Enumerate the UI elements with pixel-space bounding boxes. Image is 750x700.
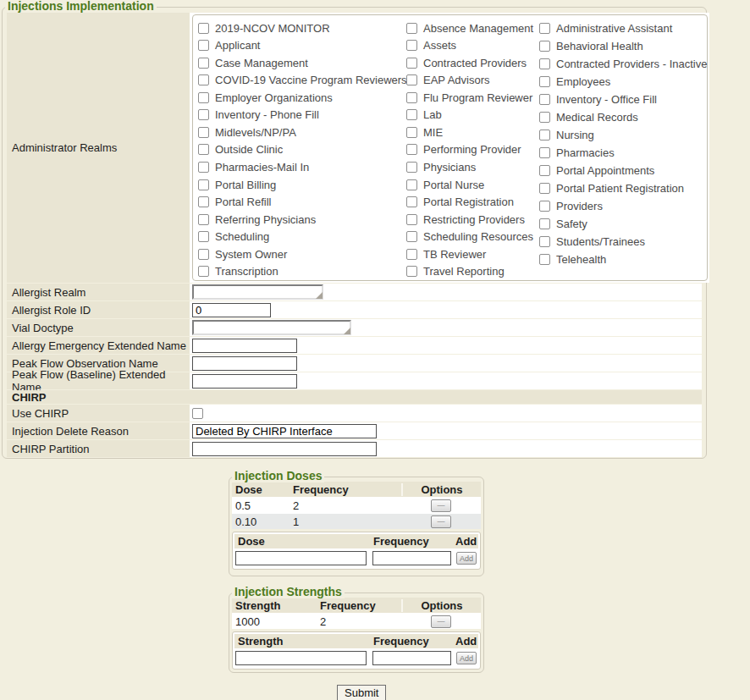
realm-checkbox-label: System Owner [215,248,287,261]
realm-checkbox[interactable] [406,162,417,173]
strength-add-strength-input[interactable] [235,651,367,665]
realm-checkbox-label: Safety [556,218,587,230]
peak-flow-observation-name-input[interactable] [192,356,297,371]
allergy-emergency-extended-name-input[interactable] [192,339,297,353]
allergist-role-id-input[interactable] [192,303,271,317]
frequency-cell: 1 [290,515,401,528]
realm-checkbox-label: MIE [423,126,443,139]
realm-checkbox[interactable] [539,58,550,69]
realm-checkbox-item: Performing Provider [406,141,539,159]
realm-checkbox-label: Physicians [423,161,476,174]
allergist-realm-input[interactable] [194,287,322,299]
realm-checkbox[interactable] [406,58,417,69]
realm-checkbox[interactable] [406,92,417,103]
realm-checkbox[interactable] [406,196,417,207]
realm-checkbox-label: Employer Organizations [215,91,333,104]
chirp-partition-input[interactable] [192,442,377,456]
strength-add-frequency-input[interactable] [372,651,451,665]
realm-checkbox-item: Portal Appointments [539,162,707,179]
strength-options-button[interactable]: — [431,615,451,628]
realm-checkbox-item: TB Reviewer [406,245,539,263]
realm-checkbox-item: Nursing [539,126,707,144]
realm-checkbox-item: Absence Management [406,19,539,37]
injection-delete-reason-input[interactable] [192,424,377,438]
realm-checkbox[interactable] [406,109,417,120]
dose-options-button[interactable]: — [431,515,451,528]
realms-column-2: Absence Management Assets Co [406,19,539,280]
realm-checkbox[interactable] [406,214,417,225]
realm-checkbox[interactable] [539,183,550,194]
realm-checkbox[interactable] [198,92,209,103]
realm-checkbox[interactable] [406,231,417,242]
realm-checkbox-label: Behavioral Health [556,40,643,52]
realm-checkbox-label: Scheduling [215,230,269,243]
realm-checkbox[interactable] [198,231,209,242]
realm-checkbox[interactable] [198,266,209,277]
dose-add-frequency-input[interactable] [372,551,451,565]
realm-checkbox-item: Assets [406,37,539,55]
realm-checkbox-label: EAP Advisors [423,74,490,86]
strength-add-button[interactable]: Add [456,652,477,664]
realm-checkbox[interactable] [198,249,209,260]
realm-checkbox[interactable] [539,23,550,34]
realm-checkbox[interactable] [539,41,550,52]
realm-checkbox[interactable] [198,214,209,225]
realm-checkbox[interactable] [198,109,209,120]
realm-checkbox[interactable] [539,147,550,158]
realm-checkbox[interactable] [539,130,550,141]
injection-delete-reason-value-cell [190,422,702,439]
realm-checkbox-item: Applicant [198,37,406,55]
realm-checkbox[interactable] [539,201,550,212]
realm-checkbox-label: Portal Refill [215,196,271,208]
realm-checkbox-label: Portal Nurse [423,179,484,191]
dose-add-button[interactable]: Add [456,552,477,565]
doses-header-options: Options [401,483,481,496]
use-chirp-checkbox[interactable] [192,408,203,419]
realm-checkbox[interactable] [539,94,550,105]
realm-checkbox[interactable] [198,196,209,207]
realm-checkbox[interactable] [539,112,550,123]
realm-checkbox-item: Transcription [198,262,406,280]
realm-checkbox-label: Flu Program Reviewer [423,91,532,104]
realm-checkbox-label: Lab [423,108,442,121]
realm-checkbox-item: Outside Clinic [198,141,406,159]
resize-grip-icon [316,292,323,299]
realm-checkbox[interactable] [406,127,417,138]
realm-checkbox[interactable] [198,58,209,69]
dose-add-dose-input[interactable] [235,551,367,565]
realm-checkbox[interactable] [198,74,209,85]
realm-checkbox[interactable] [406,40,417,51]
realm-checkbox[interactable] [406,144,417,155]
realm-checkbox[interactable] [406,249,417,260]
realm-checkbox-label: Nursing [556,129,594,141]
realm-checkbox-item: Scheduling [198,228,406,245]
dose-add-input-row: Add [234,548,478,567]
realm-checkbox[interactable] [406,266,417,277]
realm-checkbox[interactable] [539,165,550,176]
realm-checkbox[interactable] [539,236,550,247]
vial-doctype-input[interactable] [194,322,350,334]
peak-flow-baseline-extended-name-value-cell [190,372,702,389]
realm-checkbox[interactable] [539,76,550,87]
realm-checkbox[interactable] [198,40,209,51]
realm-checkbox[interactable] [198,144,209,155]
realm-checkbox[interactable] [198,179,209,190]
realm-checkbox[interactable] [406,179,417,190]
realm-checkbox[interactable] [198,23,209,34]
realm-checkbox[interactable] [198,127,209,138]
submit-button[interactable]: Submit [337,685,386,700]
injections-implementation-page: Injections Implementation Administrator … [0,0,750,700]
row-use-chirp: Use CHIRP [7,405,702,422]
realm-checkbox[interactable] [539,218,550,229]
peak-flow-baseline-extended-name-input[interactable] [192,374,297,389]
row-allergist-role-id: Allergist Role ID [7,301,702,318]
injection-strengths-fieldset: Injection Strengths Strength Frequency O… [229,593,484,673]
realm-checkbox[interactable] [539,254,550,265]
realm-checkbox-label: Pharmacies-Mail In [215,161,309,174]
realm-checkbox[interactable] [198,162,209,173]
dose-options-button[interactable]: — [431,499,451,512]
injection-doses-title: Injection Doses [232,469,324,482]
realm-checkbox[interactable] [406,74,417,85]
realm-checkbox[interactable] [406,23,417,34]
dose-add-header-add: Add [452,535,478,548]
